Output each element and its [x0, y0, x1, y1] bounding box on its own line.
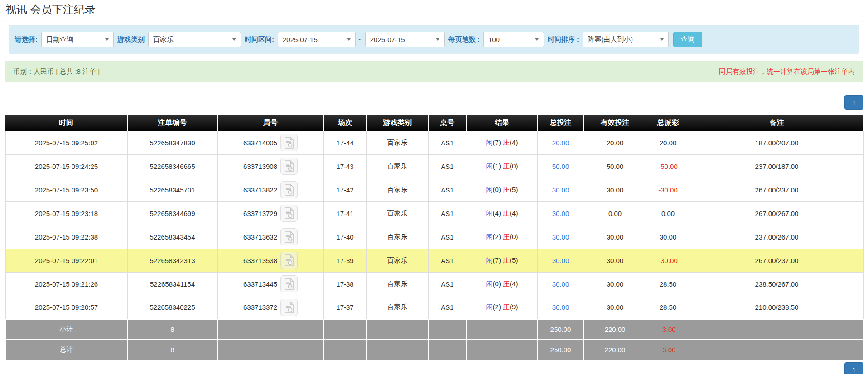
header-table-no: 桌号 [428, 115, 467, 131]
result-banker-label: 庄 [503, 256, 510, 264]
cell-session: 17-39 [323, 249, 366, 272]
date-range-tilde: ~ [358, 36, 362, 43]
chevron-down-icon[interactable] [655, 32, 668, 47]
page-size-select[interactable]: 100 [483, 32, 544, 47]
cell-session: 17-41 [323, 201, 366, 225]
result-player-score: (7) [493, 256, 501, 264]
cell-table-no: AS1 [428, 296, 467, 319]
chevron-down-icon[interactable] [431, 32, 444, 47]
page-size-value: 100 [484, 32, 530, 47]
page-title: 视讯 会员下注纪录 [5, 0, 863, 21]
video-replay-button[interactable] [280, 252, 298, 269]
cell-table-no: AS1 [428, 178, 467, 201]
result-banker-label: 庄 [503, 233, 510, 240]
table-row: 2025-07-15 09:25:02 522658347830 6337140… [5, 131, 863, 154]
result-banker-score: (5) [510, 186, 518, 193]
cell-session: 17-44 [323, 131, 366, 154]
cell-valid-bet: 20.00 [584, 131, 646, 154]
result-player-label: 闲 [486, 256, 493, 264]
video-file-icon [284, 254, 294, 266]
video-replay-button[interactable] [280, 134, 298, 151]
cell-valid-bet: 0.00 [584, 201, 646, 225]
cell-session: 17-40 [323, 225, 366, 249]
chevron-down-icon[interactable] [342, 32, 355, 47]
date-from-select[interactable]: 2025-07-15 [278, 32, 356, 47]
subtotal-valid-bet: 220.00 [584, 319, 646, 340]
cell-bet-id: 522658346665 [127, 154, 217, 178]
cell-payout: 0.00 [646, 201, 690, 225]
video-replay-button[interactable] [280, 228, 298, 245]
cell-payout: 20.00 [646, 131, 690, 154]
cell-total-bet-link[interactable]: 30.00 [537, 272, 584, 296]
cell-remark: 238.50/267.00 [690, 272, 863, 296]
cell-table-no: AS1 [428, 272, 467, 296]
table-row: 2025-07-15 09:20:57 522658340225 6337133… [5, 296, 863, 319]
total-payout: -3.00 [646, 340, 690, 360]
summary-bar: 币别：人民币 | 总共 :8 注单 | 同局有效投注，统一计算在该局第一张注单内 [5, 61, 863, 82]
total-row: 总计 8 250.00 220.00 -3.00 [5, 340, 863, 360]
header-time: 时间 [5, 115, 127, 131]
cell-valid-bet: 30.00 [584, 272, 646, 296]
cell-time: 2025-07-15 09:23:50 [5, 178, 127, 201]
result-banker-score: (4) [510, 209, 518, 217]
cell-round-id: 633713632 [217, 225, 323, 249]
cell-bet-id: 522658341154 [127, 272, 217, 296]
cell-round-id: 633713822 [217, 178, 323, 201]
date-to-select[interactable]: 2025-07-15 [365, 32, 445, 47]
cell-time: 2025-07-15 09:20:57 [5, 296, 127, 319]
chevron-down-icon[interactable] [100, 32, 113, 47]
page-1-button[interactable]: 1 [844, 95, 863, 110]
cell-bet-id: 522658343454 [127, 225, 217, 249]
subtotal-row: 小计 8 250.00 220.00 -3.00 [5, 319, 863, 340]
video-replay-button[interactable] [280, 275, 298, 292]
round-id-text: 633713908 [243, 163, 277, 170]
cell-valid-bet: 50.00 [584, 154, 646, 178]
game-type-select[interactable]: 百家乐 [148, 32, 241, 47]
result-banker-label: 庄 [503, 209, 510, 217]
video-replay-button[interactable] [280, 181, 298, 198]
result-banker-score: (0) [510, 162, 518, 170]
query-type-label: 请选择: [15, 35, 38, 44]
total-empty [428, 340, 467, 360]
result-banker-label: 庄 [503, 162, 510, 170]
result-player-score: (0) [493, 280, 501, 288]
cell-valid-bet: 30.00 [584, 225, 646, 249]
cell-table-no: AS1 [428, 131, 467, 154]
query-type-select[interactable]: 日期查询 [41, 32, 114, 47]
bet-records-table: 时间 注单编号 局号 场次 游戏类别 桌号 结果 总投注 有效投注 总派彩 备注… [5, 115, 864, 360]
video-replay-button[interactable] [280, 205, 298, 222]
cell-total-bet-link[interactable]: 30.00 [537, 249, 584, 272]
chevron-down-icon[interactable] [530, 32, 544, 47]
cell-total-bet-link[interactable]: 30.00 [537, 225, 584, 249]
cell-total-bet-link[interactable]: 30.00 [537, 178, 584, 201]
chevron-down-icon[interactable] [227, 32, 241, 47]
total-empty [323, 340, 366, 360]
result-banker-score: (4) [510, 280, 518, 288]
sort-order-select[interactable]: 降幂(由大到小) [583, 32, 669, 47]
header-valid-bet: 有效投注 [584, 115, 646, 131]
video-file-icon [284, 278, 294, 290]
result-player-score: (7) [493, 139, 501, 146]
cell-total-bet-link[interactable]: 30.00 [537, 296, 584, 319]
page-1-button[interactable]: 1 [844, 362, 863, 374]
round-id-text: 633714005 [243, 139, 277, 147]
cell-remark: 267.00/237.00 [690, 249, 863, 272]
video-replay-button[interactable] [280, 299, 298, 316]
cell-game-type: 百家乐 [366, 154, 428, 178]
cell-result: 闲(2) 庄(0) [467, 225, 537, 249]
total-total-bet: 250.00 [537, 340, 584, 360]
cell-payout: -30.00 [646, 249, 690, 272]
table-row: 2025-07-15 09:23:50 522658345701 6337138… [5, 178, 863, 201]
cell-total-bet-link[interactable]: 30.00 [537, 201, 584, 225]
result-player-score: (4) [493, 209, 501, 217]
result-banker-label: 庄 [503, 186, 510, 193]
subtotal-label: 小计 [5, 319, 127, 340]
video-replay-button[interactable] [280, 158, 298, 175]
cell-round-id: 633713538 [217, 249, 323, 272]
table-header: 时间 注单编号 局号 场次 游戏类别 桌号 结果 总投注 有效投注 总派彩 备注 [5, 115, 863, 131]
cell-total-bet-link[interactable]: 50.00 [537, 154, 584, 178]
cell-total-bet-link[interactable]: 20.00 [537, 131, 584, 154]
subtotal-empty [366, 319, 428, 340]
search-button[interactable]: 查询 [673, 32, 702, 47]
round-id-text: 633713372 [243, 303, 277, 311]
